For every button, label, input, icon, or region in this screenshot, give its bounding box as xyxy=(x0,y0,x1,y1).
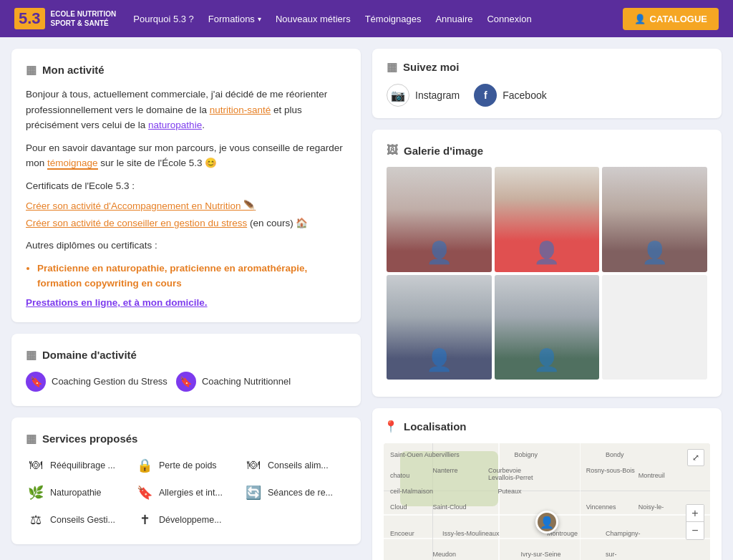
localisation-title: 📍 Localisation xyxy=(384,420,710,433)
map-label-malmaison: ceil-Malmaison xyxy=(390,488,433,495)
service-reequilibrage-icon: 🍽 xyxy=(26,455,46,475)
logo-number: 5.3 xyxy=(14,8,45,29)
gallery-row-2: 👤 👤 xyxy=(387,275,707,380)
map-zoom-in-button[interactable]: + xyxy=(686,505,704,522)
activity-paragraph2: Pour en savoir davantage sur mon parcour… xyxy=(26,140,346,171)
instagram-icon: 📷 xyxy=(387,84,409,107)
facebook-icon: f xyxy=(474,84,497,107)
activity-icon: ▦ xyxy=(26,63,37,77)
map-label-puteaux: Puteaux xyxy=(498,488,522,495)
map-label-meudon: Meudon xyxy=(432,551,456,558)
link-temoignage[interactable]: témoignage xyxy=(47,158,98,170)
link-nutrition[interactable]: nutrition-santé xyxy=(210,105,271,115)
map-label-bobigny: Bobigny xyxy=(514,451,538,458)
map-label-champigny: Champigny- xyxy=(606,530,641,537)
gallery-image-1[interactable]: 👤 xyxy=(387,167,492,272)
cert1-link[interactable]: Créer son activité d'Accompagnement en N… xyxy=(26,200,346,211)
other-diplomes-title: Autres diplômes ou certificats : xyxy=(26,238,346,254)
catalogue-icon: 👤 xyxy=(634,14,646,24)
map-label-rosny: Rosny-sous-Bois xyxy=(586,467,635,474)
service-conseils-gestion-icon: ⚖ xyxy=(26,510,46,530)
map-road-v2 xyxy=(580,443,581,560)
map-expand-button[interactable]: ⤢ xyxy=(687,449,704,466)
service-seances: 🔄 Séances de re... xyxy=(243,483,346,503)
galerie-card: 🖼 Galerie d'image 👤 👤 👤 xyxy=(372,130,722,397)
tag-stress: 🔖 Coaching Gestion du Stress xyxy=(26,372,168,392)
map-label-bondy: Bondy xyxy=(606,451,624,458)
gallery-image-5[interactable]: 👤 xyxy=(495,275,600,380)
nav-connexion[interactable]: Connexion xyxy=(487,14,531,24)
map-label-issy: Issy-les-Moulineaux xyxy=(442,530,500,537)
navbar: 5.3 ECOLE NUTRITION SPORT & SANTÉ Pourqu… xyxy=(0,0,733,37)
navbar-links: Pourquoi 5.3 ? Formations ▾ Nouveaux mét… xyxy=(133,14,605,24)
services-title: ▦ Services proposés xyxy=(26,432,346,445)
main-content: ▦ Mon activité Bonjour à tous, actuellem… xyxy=(0,37,733,560)
map-road-v1 xyxy=(498,443,500,560)
map-label-noisy: Noisy-le- xyxy=(639,503,664,511)
map-label-chatou: chatou xyxy=(390,472,409,479)
map-container: Saint-Ouen Aubervilliers Bobigny Bondy c… xyxy=(384,443,710,560)
gallery-image-3[interactable]: 👤 xyxy=(602,167,707,272)
activity-title: ▦ Mon activité xyxy=(26,63,346,77)
map-label-cloud: Cloud xyxy=(390,503,407,511)
social-links: 📷 Instagram f Facebook xyxy=(387,84,707,107)
facebook-link[interactable]: f Facebook xyxy=(474,84,546,107)
formations-chevron-icon: ▾ xyxy=(258,15,261,23)
service-developpement: ✝ Développeme... xyxy=(135,510,238,530)
gallery-image-2[interactable]: 👤 xyxy=(495,167,600,272)
map-label-nanterre: Nanterre xyxy=(432,467,457,474)
service-reequilibrage: 🍽 Rééquilibrage ... xyxy=(26,455,129,475)
map-label-saint-cloud: Saint-Cloud xyxy=(432,503,466,511)
gallery-grid: 👤 👤 👤 👤 👤 xyxy=(387,167,707,380)
service-perte-icon: 🔒 xyxy=(135,455,155,475)
domaine-card: ▦ Domaine d'activité 🔖 Coaching Gestion … xyxy=(11,334,361,406)
map-zoom-out-button[interactable]: − xyxy=(686,522,704,539)
map-controls: + − xyxy=(686,504,704,540)
nav-nouveaux-metiers[interactable]: Nouveaux métiers xyxy=(276,14,351,24)
map-label-ivry: Ivry-sur-Seine xyxy=(521,551,561,558)
bullet-item-1: Praticienne en naturopathie, praticienne… xyxy=(37,261,346,291)
service-seances-icon: 🔄 xyxy=(243,483,263,503)
prestations-link[interactable]: Prestations en ligne, et à mon domicile. xyxy=(26,297,346,308)
gallery-image-4[interactable]: 👤 xyxy=(387,275,492,380)
activity-paragraph1: Bonjour à tous, actuellement commerciale… xyxy=(26,87,346,133)
galerie-title: 🖼 Galerie d'image xyxy=(387,144,707,157)
map-label-levallois: CourbevoieLevallois-Perret xyxy=(488,467,533,481)
map-label-vincennes: Vincennes xyxy=(586,503,616,511)
instagram-link[interactable]: 📷 Instagram xyxy=(387,84,460,107)
tag-nutrition-icon: 🔖 xyxy=(176,372,196,392)
services-grid: 🍽 Rééquilibrage ... 🔒 Perte de poids 🍽 C… xyxy=(26,455,346,530)
localisation-icon: 📍 xyxy=(384,420,398,433)
domaine-icon: ▦ xyxy=(26,348,37,362)
domaine-title: ▦ Domaine d'activité xyxy=(26,348,346,362)
map-label-montreuil: Montreuil xyxy=(639,472,665,479)
map-background: Saint-Ouen Aubervilliers Bobigny Bondy c… xyxy=(384,443,710,560)
suivez-icon: ▦ xyxy=(387,60,397,74)
nav-temoignages[interactable]: Témoignages xyxy=(365,14,422,24)
map-green-area xyxy=(400,451,498,506)
service-perte-poids: 🔒 Perte de poids xyxy=(135,455,238,475)
gallery-image-6-empty xyxy=(602,275,707,380)
link-naturopathie[interactable]: naturopathie xyxy=(148,120,202,130)
right-column: ▦ Suivez moi 📷 Instagram f Facebook 🖼 Ga… xyxy=(372,49,722,560)
left-column: ▦ Mon activité Bonjour à tous, actuellem… xyxy=(11,49,361,560)
service-naturopathie-icon: 🌿 xyxy=(26,483,46,503)
service-allergies: 🔖 Allergies et int... xyxy=(135,483,238,503)
map-label-encoeur: Encoeur xyxy=(390,530,414,537)
gallery-row-1: 👤 👤 👤 xyxy=(387,167,707,272)
bullet-list: Praticienne en naturopathie, praticienne… xyxy=(37,261,346,291)
catalogue-button[interactable]: 👤 CATALOGUE xyxy=(623,8,719,30)
service-conseils-gestion: ⚖ Conseils Gesti... xyxy=(26,510,129,530)
suivez-title: ▦ Suivez moi xyxy=(387,60,707,74)
service-allergies-icon: 🔖 xyxy=(135,483,155,503)
nav-pourquoi[interactable]: Pourquoi 5.3 ? xyxy=(133,14,194,24)
activity-card: ▦ Mon activité Bonjour à tous, actuellem… xyxy=(11,49,361,322)
domaine-tags: 🔖 Coaching Gestion du Stress 🔖 Coaching … xyxy=(26,372,346,392)
cert2-link[interactable]: Créer son activité de conseiller en gest… xyxy=(26,218,247,228)
logo[interactable]: 5.3 ECOLE NUTRITION SPORT & SANTÉ xyxy=(14,8,116,29)
nav-formations[interactable]: Formations ▾ xyxy=(208,14,261,24)
service-conseils-alim: 🍽 Conseils alim... xyxy=(243,455,346,475)
cert2-text: Créer son activité de conseiller en gest… xyxy=(26,216,346,231)
nav-annuaire[interactable]: Annuaire xyxy=(435,14,472,24)
service-naturopathie: 🌿 Naturopathie xyxy=(26,483,129,503)
